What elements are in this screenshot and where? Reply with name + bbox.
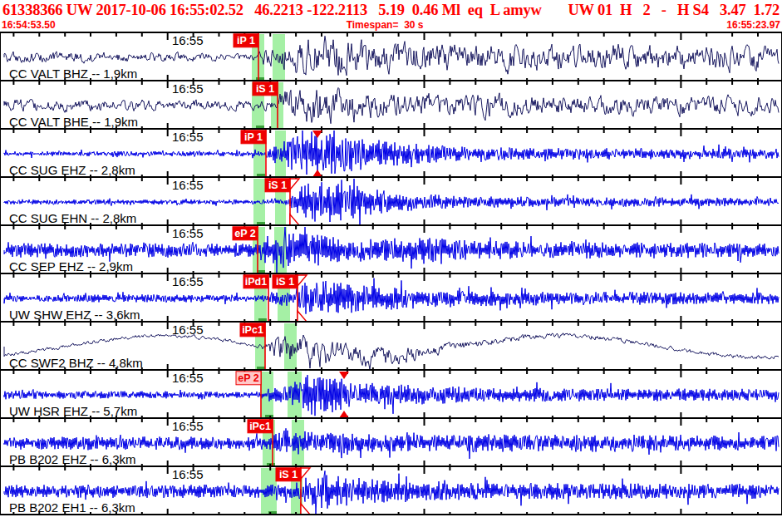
trace-panel-cc-valt-bhz[interactable]: iP 1 16:55 CC VALT BHZ -- 1,9km [1, 33, 781, 81]
window-start-time: 16:54:53.50 [2, 20, 56, 32]
pick-flag[interactable]: iP 1 [234, 34, 258, 47]
pick-pennant-icon [298, 311, 307, 322]
station-label: CC SEP EHZ -- 2,9km [9, 260, 133, 273]
pick-flag[interactable]: iPc1 [248, 420, 273, 433]
timespan-label: Timespan= 30 s [347, 20, 424, 31]
minute-label: 16:55 [172, 275, 204, 288]
minute-label: 16:55 [172, 131, 204, 143]
minute-label: 16:55 [172, 468, 204, 480]
svg-text:iS 1: iS 1 [276, 276, 294, 288]
svg-text:iS 1: iS 1 [279, 469, 298, 480]
event-header-right: UW 01 H 2 - H S4 3.47 1.72 [568, 2, 780, 19]
minute-label: 16:55 [172, 34, 204, 47]
window-end-time: 16:55:23.97 [726, 20, 780, 32]
trace-panels: iP 1 16:55 CC VALT BHZ -- 1,9km iS 1 16:… [0, 32, 782, 515]
station-label: CC SUG EHZ -- 2,8km [9, 164, 135, 176]
coda-marker-icon[interactable] [312, 170, 322, 177]
svg-text:iP 1: iP 1 [237, 35, 255, 47]
minute-label: 16:55 [172, 420, 204, 432]
pick-flag[interactable]: eP 2 [233, 227, 258, 240]
pick-flag[interactable]: iP 1 [241, 131, 266, 144]
svg-text:iS 1: iS 1 [256, 83, 274, 95]
coda-marker-icon[interactable] [339, 372, 349, 379]
trace-panel-cc-sug-ehn[interactable]: iS 1 16:55 CC SUG EHN -- 2,8km [1, 178, 781, 226]
station-label: PB B202 EH1 -- 6,3km [9, 501, 135, 514]
svg-text:eP 2: eP 2 [238, 372, 259, 384]
minute-label: 16:55 [172, 227, 204, 239]
pick-pennant-icon [301, 468, 310, 479]
minute-label: 16:55 [172, 82, 204, 95]
trace-panel-pb-b202-ehz[interactable]: iPc1 16:55 PB B202 EHZ -- 6,3km [1, 419, 781, 467]
pick-flag[interactable]: iS 1 [253, 82, 278, 96]
svg-text:iP 1: iP 1 [244, 131, 263, 143]
station-label: CC SWF2 BHZ -- 4,8km [9, 357, 143, 369]
pick-flag[interactable]: iS 1 [276, 468, 301, 481]
event-header: 61338366 UW 2017-10-06 16:55:02.52 46.22… [0, 0, 782, 20]
pick-pennant-icon [301, 504, 310, 515]
trace-panel-cc-valt-bhe[interactable]: iS 1 16:55 CC VALT BHE -- 1,9km [1, 81, 781, 130]
coda-marker-icon[interactable] [339, 411, 349, 418]
trace-panel-cc-swf2-bhz[interactable]: iPc1 16:55 CC SWF2 BHZ -- 4,8km [1, 323, 781, 371]
pick-flag[interactable]: iPd1 [243, 275, 268, 288]
station-label: UW HSR EHZ -- 5,7km [9, 405, 137, 417]
svg-text:iPc1: iPc1 [249, 421, 271, 432]
svg-text:iPc1: iPc1 [242, 324, 263, 336]
time-axis-header: 16:54:53.50 Timespan= 30 s 16:55:23.97 [0, 20, 782, 32]
svg-text:iS 1: iS 1 [268, 180, 287, 191]
coda-marker-icon[interactable] [312, 131, 322, 138]
pick-flag[interactable]: iS 1 [265, 179, 290, 192]
station-label: UW SHW EHZ -- 3,6km [9, 308, 140, 321]
station-label: CC VALT BHZ -- 1,9km [9, 67, 137, 80]
trace-panel-uw-hsr-ehz[interactable]: eP 2 16:55 UW HSR EHZ -- 5,7km [1, 371, 781, 419]
pick-pennant-icon [290, 179, 299, 190]
trace-panel-cc-sug-ehz[interactable]: iP 1 16:55 CC SUG EHZ -- 2,8km [1, 130, 781, 178]
pick-flag[interactable]: eP 2 [236, 372, 261, 385]
event-header-left: 61338366 UW 2017-10-06 16:55:02.52 46.22… [2, 2, 542, 19]
pick-flag[interactable]: iPc1 [240, 323, 265, 337]
station-label: PB B202 EHZ -- 6,3km [9, 453, 136, 466]
trace-panel-cc-sep-ehz[interactable]: eP 2 16:55 CC SEP EHZ -- 2,9km [1, 226, 781, 274]
minute-label: 16:55 [172, 179, 204, 191]
svg-text:iPd1: iPd1 [245, 276, 267, 288]
trace-panel-uw-shw-ehz[interactable]: iPd1iS 1 16:55 UW SHW EHZ -- 3,6km [1, 274, 781, 323]
minute-label: 16:55 [172, 323, 204, 336]
minute-label: 16:55 [172, 372, 204, 384]
station-label: CC VALT BHE -- 1,9km [9, 116, 138, 128]
station-label: CC SUG EHN -- 2,8km [9, 212, 136, 224]
pick-flag[interactable]: iS 1 [273, 275, 298, 288]
trace-panel-pb-b202-eh1[interactable]: iS 1 16:55 PB B202 EH1 -- 6,3km [1, 467, 781, 515]
svg-text:eP 2: eP 2 [234, 228, 256, 239]
pick-pennant-icon [290, 214, 299, 225]
